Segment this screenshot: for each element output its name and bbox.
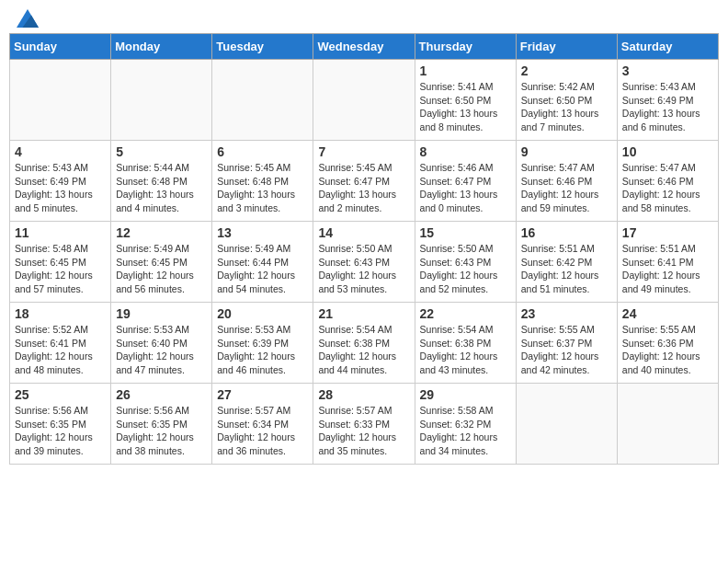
- day-number: 9: [521, 144, 612, 159]
- header: [9, 9, 719, 28]
- day-number: 23: [521, 306, 612, 321]
- day-number: 28: [318, 387, 409, 402]
- calendar-cell: 8Sunrise: 5:46 AM Sunset: 6:47 PM Daylig…: [415, 141, 516, 222]
- day-number: 2: [521, 63, 612, 78]
- day-info: Sunrise: 5:51 AM Sunset: 6:42 PM Dayligh…: [521, 242, 612, 296]
- calendar-cell: 6Sunrise: 5:45 AM Sunset: 6:48 PM Daylig…: [212, 141, 313, 222]
- day-number: 29: [420, 387, 511, 402]
- header-friday: Friday: [516, 34, 617, 60]
- day-info: Sunrise: 5:49 AM Sunset: 6:45 PM Dayligh…: [116, 242, 207, 296]
- calendar-cell: [617, 384, 718, 465]
- day-info: Sunrise: 5:50 AM Sunset: 6:43 PM Dayligh…: [420, 242, 511, 296]
- calendar-cell: 26Sunrise: 5:56 AM Sunset: 6:35 PM Dayli…: [111, 384, 212, 465]
- day-number: 18: [15, 306, 106, 321]
- calendar-header-row: SundayMondayTuesdayWednesdayThursdayFrid…: [10, 34, 719, 60]
- day-info: Sunrise: 5:56 AM Sunset: 6:35 PM Dayligh…: [116, 404, 207, 458]
- day-info: Sunrise: 5:49 AM Sunset: 6:44 PM Dayligh…: [217, 242, 308, 296]
- calendar-cell: [516, 384, 617, 465]
- day-number: 24: [622, 306, 713, 321]
- day-number: 27: [217, 387, 308, 402]
- day-number: 25: [15, 387, 106, 402]
- calendar-cell: 5Sunrise: 5:44 AM Sunset: 6:48 PM Daylig…: [111, 141, 212, 222]
- day-info: Sunrise: 5:55 AM Sunset: 6:37 PM Dayligh…: [521, 323, 612, 377]
- header-sunday: Sunday: [10, 34, 111, 60]
- header-thursday: Thursday: [415, 34, 516, 60]
- day-info: Sunrise: 5:54 AM Sunset: 6:38 PM Dayligh…: [420, 323, 511, 377]
- day-number: 10: [622, 144, 713, 159]
- day-number: 22: [420, 306, 511, 321]
- day-number: 14: [318, 225, 409, 240]
- day-info: Sunrise: 5:46 AM Sunset: 6:47 PM Dayligh…: [420, 161, 511, 215]
- calendar-week-1: 1Sunrise: 5:41 AM Sunset: 6:50 PM Daylig…: [10, 60, 719, 141]
- logo: [13, 9, 39, 28]
- calendar-cell: 3Sunrise: 5:43 AM Sunset: 6:49 PM Daylig…: [617, 60, 718, 141]
- calendar-week-3: 11Sunrise: 5:48 AM Sunset: 6:45 PM Dayli…: [10, 222, 719, 303]
- calendar-cell: 2Sunrise: 5:42 AM Sunset: 6:50 PM Daylig…: [516, 60, 617, 141]
- day-info: Sunrise: 5:48 AM Sunset: 6:45 PM Dayligh…: [15, 242, 106, 296]
- day-info: Sunrise: 5:55 AM Sunset: 6:36 PM Dayligh…: [622, 323, 713, 377]
- day-info: Sunrise: 5:43 AM Sunset: 6:49 PM Dayligh…: [622, 80, 713, 134]
- calendar-cell: 25Sunrise: 5:56 AM Sunset: 6:35 PM Dayli…: [10, 384, 111, 465]
- day-info: Sunrise: 5:44 AM Sunset: 6:48 PM Dayligh…: [116, 161, 207, 215]
- header-monday: Monday: [111, 34, 212, 60]
- calendar-cell: 29Sunrise: 5:58 AM Sunset: 6:32 PM Dayli…: [415, 384, 516, 465]
- calendar-cell: 24Sunrise: 5:55 AM Sunset: 6:36 PM Dayli…: [617, 303, 718, 384]
- day-number: 13: [217, 225, 308, 240]
- calendar-table: SundayMondayTuesdayWednesdayThursdayFrid…: [9, 33, 719, 465]
- calendar-cell: 1Sunrise: 5:41 AM Sunset: 6:50 PM Daylig…: [415, 60, 516, 141]
- header-saturday: Saturday: [617, 34, 718, 60]
- day-info: Sunrise: 5:57 AM Sunset: 6:34 PM Dayligh…: [217, 404, 308, 458]
- calendar-cell: [111, 60, 212, 141]
- day-number: 4: [15, 144, 106, 159]
- calendar-cell: 21Sunrise: 5:54 AM Sunset: 6:38 PM Dayli…: [313, 303, 415, 384]
- day-info: Sunrise: 5:47 AM Sunset: 6:46 PM Dayligh…: [622, 161, 713, 215]
- calendar-cell: 28Sunrise: 5:57 AM Sunset: 6:33 PM Dayli…: [313, 384, 415, 465]
- day-number: 3: [622, 63, 713, 78]
- day-number: 5: [116, 144, 207, 159]
- day-info: Sunrise: 5:45 AM Sunset: 6:48 PM Dayligh…: [217, 161, 308, 215]
- day-number: 16: [521, 225, 612, 240]
- calendar-cell: 23Sunrise: 5:55 AM Sunset: 6:37 PM Dayli…: [516, 303, 617, 384]
- header-wednesday: Wednesday: [313, 34, 415, 60]
- day-info: Sunrise: 5:58 AM Sunset: 6:32 PM Dayligh…: [420, 404, 511, 458]
- day-info: Sunrise: 5:52 AM Sunset: 6:41 PM Dayligh…: [15, 323, 106, 377]
- calendar-week-4: 18Sunrise: 5:52 AM Sunset: 6:41 PM Dayli…: [10, 303, 719, 384]
- day-info: Sunrise: 5:57 AM Sunset: 6:33 PM Dayligh…: [318, 404, 409, 458]
- logo-icon: [17, 9, 39, 28]
- calendar-cell: [313, 60, 415, 141]
- calendar-cell: 11Sunrise: 5:48 AM Sunset: 6:45 PM Dayli…: [10, 222, 111, 303]
- day-number: 7: [318, 144, 409, 159]
- calendar-cell: [10, 60, 111, 141]
- calendar-week-5: 25Sunrise: 5:56 AM Sunset: 6:35 PM Dayli…: [10, 384, 719, 465]
- day-info: Sunrise: 5:53 AM Sunset: 6:39 PM Dayligh…: [217, 323, 308, 377]
- calendar-cell: 13Sunrise: 5:49 AM Sunset: 6:44 PM Dayli…: [212, 222, 313, 303]
- day-number: 20: [217, 306, 308, 321]
- day-number: 19: [116, 306, 207, 321]
- calendar-cell: 27Sunrise: 5:57 AM Sunset: 6:34 PM Dayli…: [212, 384, 313, 465]
- day-number: 1: [420, 63, 511, 78]
- day-info: Sunrise: 5:51 AM Sunset: 6:41 PM Dayligh…: [622, 242, 713, 296]
- day-info: Sunrise: 5:50 AM Sunset: 6:43 PM Dayligh…: [318, 242, 409, 296]
- calendar-cell: 10Sunrise: 5:47 AM Sunset: 6:46 PM Dayli…: [617, 141, 718, 222]
- calendar-cell: 14Sunrise: 5:50 AM Sunset: 6:43 PM Dayli…: [313, 222, 415, 303]
- day-number: 26: [116, 387, 207, 402]
- header-tuesday: Tuesday: [212, 34, 313, 60]
- calendar-cell: 22Sunrise: 5:54 AM Sunset: 6:38 PM Dayli…: [415, 303, 516, 384]
- day-number: 17: [622, 225, 713, 240]
- calendar-cell: 16Sunrise: 5:51 AM Sunset: 6:42 PM Dayli…: [516, 222, 617, 303]
- calendar-cell: 18Sunrise: 5:52 AM Sunset: 6:41 PM Dayli…: [10, 303, 111, 384]
- day-number: 12: [116, 225, 207, 240]
- calendar-cell: [212, 60, 313, 141]
- day-number: 21: [318, 306, 409, 321]
- day-number: 6: [217, 144, 308, 159]
- day-info: Sunrise: 5:53 AM Sunset: 6:40 PM Dayligh…: [116, 323, 207, 377]
- calendar-cell: 15Sunrise: 5:50 AM Sunset: 6:43 PM Dayli…: [415, 222, 516, 303]
- day-number: 15: [420, 225, 511, 240]
- calendar-week-2: 4Sunrise: 5:43 AM Sunset: 6:49 PM Daylig…: [10, 141, 719, 222]
- day-number: 8: [420, 144, 511, 159]
- day-info: Sunrise: 5:47 AM Sunset: 6:46 PM Dayligh…: [521, 161, 612, 215]
- day-info: Sunrise: 5:45 AM Sunset: 6:47 PM Dayligh…: [318, 161, 409, 215]
- day-info: Sunrise: 5:43 AM Sunset: 6:49 PM Dayligh…: [15, 161, 106, 215]
- day-info: Sunrise: 5:42 AM Sunset: 6:50 PM Dayligh…: [521, 80, 612, 134]
- day-info: Sunrise: 5:56 AM Sunset: 6:35 PM Dayligh…: [15, 404, 106, 458]
